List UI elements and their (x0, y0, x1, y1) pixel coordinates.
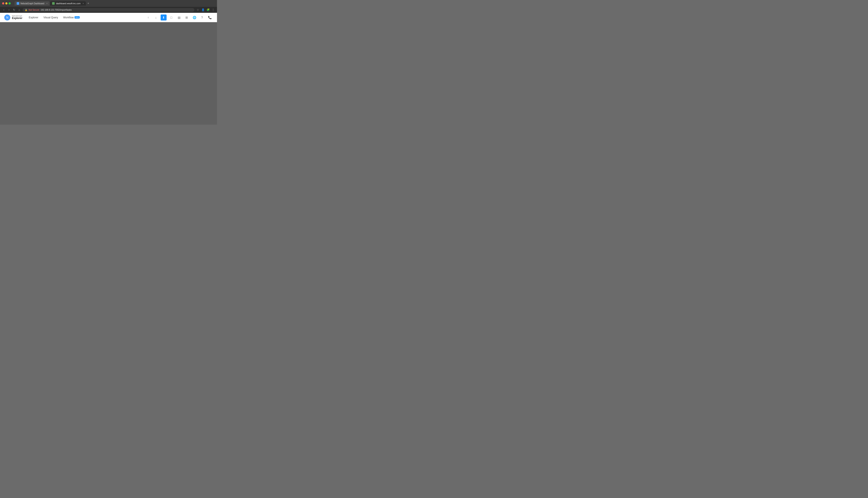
logo-text: NebulaGraph Explorer (12, 15, 23, 20)
address-bar[interactable]: 🔒 Not Secure 192.168.8.131:7002/import/t… (23, 8, 194, 12)
browser-tab-nebula[interactable]: NebulaGraph Dashboard × (14, 1, 50, 5)
export-icon-btn[interactable]: ↑ (145, 14, 151, 21)
app-nav: Explorer Visual Query Workflow Beta (29, 15, 145, 20)
extension-icon[interactable]: 🧩 (206, 8, 210, 12)
profile-icon[interactable]: 👤 (201, 8, 205, 12)
home-button[interactable]: ⌂ (17, 8, 21, 12)
globe-icon-btn[interactable]: 🌐 (191, 14, 197, 21)
browser-tab-dashboard[interactable]: dashboard.vesoft-inc.com × (50, 1, 86, 5)
forward-button[interactable]: › (7, 8, 11, 12)
maximize-window-button[interactable] (9, 2, 11, 4)
nav-buttons: ‹ › ↻ ⌂ (2, 8, 21, 12)
refresh-button[interactable]: ↻ (12, 8, 16, 12)
schema-icon-btn[interactable]: □ (168, 14, 174, 21)
bookmark-icon[interactable]: ☆ (196, 8, 200, 12)
nav-explorer[interactable]: Explorer (29, 15, 38, 20)
console-icon-btn[interactable]: ▤ (176, 14, 182, 21)
browser-toolbar: ‹ › ↻ ⌂ 🔒 Not Secure 192.168.8.131:7002/… (0, 7, 217, 13)
logo-bottom-text: Explorer (12, 17, 23, 19)
app-logo: N NebulaGraph Explorer (4, 14, 23, 21)
nav-workflow[interactable]: Workflow Beta (63, 15, 80, 20)
header-actions: ↑ ↓ ⬇ □ ▤ ⊞ 🌐 ? 📞 (145, 14, 213, 21)
tab-close-nebula[interactable]: × (46, 2, 48, 4)
address-url[interactable]: 192.168.8.131:7002/import/tasks (41, 9, 72, 11)
phone-icon-btn[interactable]: 📞 (207, 14, 213, 21)
toolbar-actions: ☆ 👤 🧩 ⋮ (196, 8, 215, 12)
traffic-lights (2, 2, 11, 4)
back-button[interactable]: ‹ (2, 8, 6, 12)
menu-icon[interactable]: ⋮ (211, 8, 215, 12)
datasource-icon-btn[interactable]: ⊞ (184, 14, 190, 21)
main-content: fifa_2020 import task - Log ⬇ Download L… (0, 22, 217, 124)
browser-chrome: NebulaGraph Dashboard × dashboard.vesoft… (0, 0, 217, 13)
new-tab-button[interactable]: + (86, 1, 90, 5)
logo-icon: N (4, 14, 10, 21)
beta-badge: Beta (75, 16, 80, 18)
browser-titlebar: NebulaGraph Dashboard × dashboard.vesoft… (0, 0, 217, 7)
tab-label-nebula: NebulaGraph Dashboard (21, 2, 44, 5)
tab-favicon-nebula (17, 2, 19, 5)
close-window-button[interactable] (2, 2, 4, 4)
download-icon-btn[interactable]: ⬇ (161, 14, 167, 21)
minimize-window-button[interactable] (5, 2, 8, 4)
tab-favicon-dashboard (52, 2, 55, 5)
import-icon-btn[interactable]: ↓ (153, 14, 159, 21)
tab-label-dashboard: dashboard.vesoft-inc.com (56, 2, 80, 5)
not-secure-label: Not Secure (29, 9, 39, 11)
tab-close-dashboard[interactable]: × (82, 2, 84, 4)
app-header: N NebulaGraph Explorer Explorer Visual Q… (0, 13, 217, 22)
help-icon-btn[interactable]: ? (199, 14, 205, 21)
browser-tabs: NebulaGraph Dashboard × dashboard.vesoft… (14, 1, 215, 5)
nav-visual-query[interactable]: Visual Query (43, 15, 58, 20)
lock-icon: 🔒 (25, 9, 27, 11)
dialog-overlay: fifa_2020 import task - Log ⬇ Download L… (0, 22, 217, 124)
